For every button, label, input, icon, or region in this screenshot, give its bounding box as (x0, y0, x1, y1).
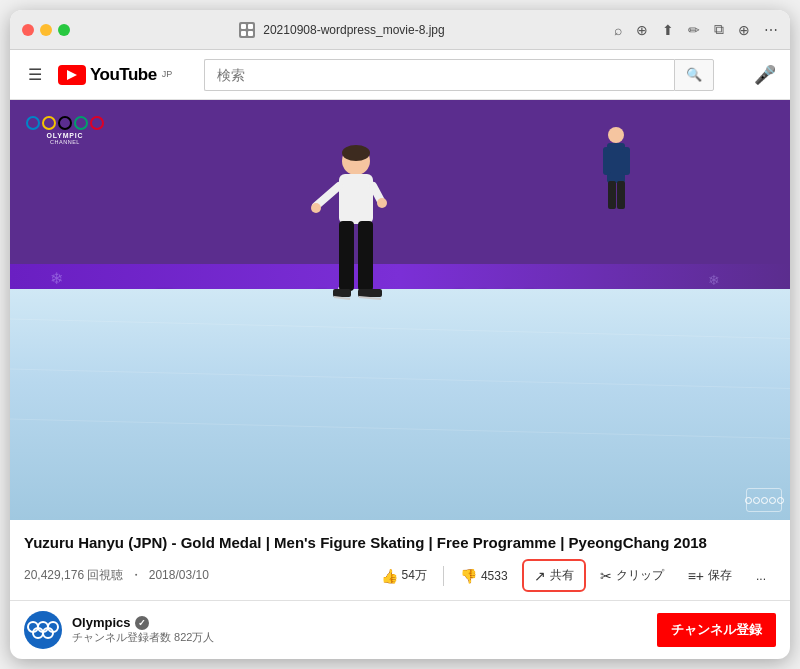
wring-5 (777, 497, 784, 504)
video-title: Yuzuru Hanyu (JPN) - Gold Medal | Men's … (24, 532, 776, 553)
mic-button[interactable]: 🎤 (754, 64, 776, 86)
olympic-logo: OLYMPIC CHANNEL (26, 116, 104, 145)
channel-name-text: Olympics (72, 615, 131, 630)
window-title: 20210908-wordpress_movie-8.jpg (263, 23, 444, 37)
browser-window: 20210908-wordpress_movie-8.jpg ⌕ ⊕ ⬆ ✏ ⧉… (10, 10, 790, 659)
video-stats-row: 20,429,176 回視聴 ・ 2018/03/10 👍 54万 👎 4533 (24, 559, 776, 592)
share-button[interactable]: ↗ 共有 (522, 559, 586, 592)
olympic-text: OLYMPIC (26, 132, 104, 139)
title-bar-center: 20210908-wordpress_movie-8.jpg (78, 22, 606, 38)
search-button[interactable]: 🔍 (674, 59, 714, 91)
like-count: 54万 (402, 567, 427, 584)
wring-2 (753, 497, 760, 504)
watermark-rings (745, 497, 784, 504)
svg-rect-22 (333, 289, 351, 297)
bg-official (599, 125, 634, 215)
skater-figure (306, 141, 406, 365)
svg-line-16 (316, 186, 339, 206)
svg-rect-9 (617, 181, 625, 209)
olympic-rings (26, 116, 104, 130)
wring-1 (745, 497, 752, 504)
svg-rect-1 (248, 24, 253, 29)
snowflake-2: ❄ (50, 269, 63, 288)
svg-rect-20 (339, 221, 354, 291)
svg-line-24 (334, 297, 350, 299)
dislike-button[interactable]: 👎 4533 (450, 562, 518, 590)
youtube-logo-icon (58, 65, 86, 85)
svg-rect-23 (358, 289, 382, 297)
snowflake-5: ❄ (708, 272, 720, 288)
search-icon: 🔍 (686, 67, 702, 82)
olympic-watermark (746, 488, 782, 512)
duplicate-icon[interactable]: ⧉ (714, 21, 724, 38)
wring-4 (769, 497, 776, 504)
channel-row: Olympics ✓ チャンネル登録者数 822万人 チャンネル登録 (10, 601, 790, 659)
verified-badge: ✓ (135, 616, 149, 630)
title-bar: 20210908-wordpress_movie-8.jpg ⌕ ⊕ ⬆ ✏ ⧉… (10, 10, 790, 50)
youtube-logo[interactable]: YouTube JP (58, 65, 172, 85)
airdrop-icon[interactable]: ⊕ (738, 22, 750, 38)
dislike-icon: 👎 (460, 568, 477, 584)
save-button[interactable]: ≡+ 保存 (678, 561, 742, 590)
svg-point-18 (311, 203, 321, 213)
youtube-logo-text: YouTube (90, 65, 157, 85)
like-button[interactable]: 👍 54万 (371, 561, 437, 590)
svg-rect-2 (241, 31, 246, 36)
svg-rect-0 (241, 24, 246, 29)
more-icon[interactable]: ⋯ (764, 22, 778, 38)
more-icon: ... (756, 569, 766, 583)
hamburger-menu[interactable]: ☰ (24, 61, 46, 88)
youtube-header: ☰ YouTube JP 🔍 🎤 (10, 50, 790, 100)
channel-avatar[interactable] (24, 611, 62, 649)
traffic-lights (22, 24, 70, 36)
channel-info: Olympics ✓ チャンネル登録者数 822万人 (72, 615, 647, 645)
search-container: 🔍 (204, 59, 714, 91)
wring-3 (761, 497, 768, 504)
view-count: 20,429,176 回視聴 (24, 568, 123, 582)
dislike-count: 4533 (481, 569, 508, 583)
ring-green (74, 116, 88, 130)
channel-text: CHANNEL (26, 139, 104, 145)
minimize-button[interactable] (40, 24, 52, 36)
channel-name: Olympics ✓ (72, 615, 647, 630)
video-player[interactable]: OLYMPIC CHANNEL ❄ ❄ ❄ ❄ (10, 100, 790, 520)
ring-yellow (42, 116, 56, 130)
title-bar-actions: ⌕ ⊕ ⬆ ✏ ⧉ ⊕ ⋯ (614, 21, 778, 38)
svg-line-25 (359, 297, 381, 299)
channel-avatar-logo (27, 619, 59, 641)
svg-rect-6 (603, 147, 611, 175)
svg-rect-7 (622, 147, 630, 175)
video-actions: 👍 54万 👎 4533 ↗ 共有 ✂ クリップ (371, 559, 776, 592)
clip-icon: ✂ (600, 568, 612, 584)
share-icon[interactable]: ⬆ (662, 22, 674, 38)
ring-red (90, 116, 104, 130)
upload-date: 2018/03/10 (149, 568, 209, 582)
share-label: 共有 (550, 567, 574, 584)
zoom-icon[interactable]: ⊕ (636, 22, 648, 38)
svg-rect-15 (339, 174, 373, 224)
maximize-button[interactable] (58, 24, 70, 36)
edit-icon[interactable]: ✏ (688, 22, 700, 38)
svg-point-4 (608, 127, 624, 143)
more-button[interactable]: ... (746, 563, 776, 589)
svg-rect-21 (358, 221, 373, 291)
svg-line-11 (10, 369, 790, 389)
channel-subscribers: チャンネル登録者数 822万人 (72, 630, 647, 645)
close-button[interactable] (22, 24, 34, 36)
clip-button[interactable]: ✂ クリップ (590, 561, 674, 590)
video-thumbnail: OLYMPIC CHANNEL ❄ ❄ ❄ ❄ (10, 100, 790, 520)
save-label: 保存 (708, 567, 732, 584)
like-icon: 👍 (381, 568, 398, 584)
video-info: Yuzuru Hanyu (JPN) - Gold Medal | Men's … (10, 520, 790, 601)
subscribe-button[interactable]: チャンネル登録 (657, 613, 776, 647)
search-input[interactable] (204, 59, 674, 91)
svg-rect-3 (248, 31, 253, 36)
share-icon: ↗ (534, 568, 546, 584)
ring-blue (26, 116, 40, 130)
youtube-logo-suffix: JP (162, 69, 173, 79)
svg-line-12 (10, 419, 790, 439)
save-icon: ≡+ (688, 568, 704, 584)
search-icon[interactable]: ⌕ (614, 22, 622, 38)
svg-point-14 (342, 145, 370, 161)
ring-black (58, 116, 72, 130)
